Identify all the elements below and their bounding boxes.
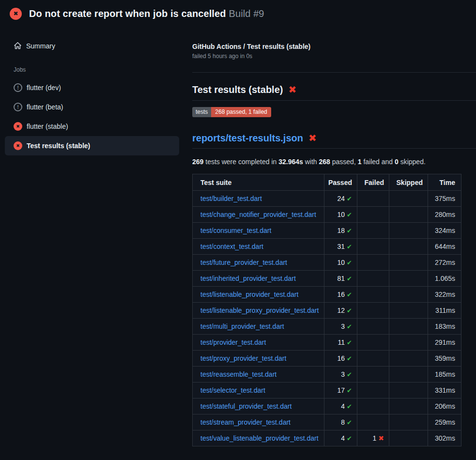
test-suite-link[interactable]: test/multi_provider_test.dart — [200, 322, 284, 330]
suite-cell: test/value_listenable_provider_test.dart — [193, 430, 324, 446]
header-passed: Passed — [324, 174, 357, 191]
skipped-cell — [389, 367, 428, 383]
table-row: test/future_provider_test.dart10✔272ms — [193, 255, 461, 271]
time-cell: 375ms — [428, 191, 461, 207]
test-suite-link[interactable]: test/future_provider_test.dart — [200, 259, 287, 266]
test-suite-link[interactable]: test/builder_test.dart — [200, 195, 262, 202]
passed-cell-value: 81 — [338, 275, 345, 282]
sidebar-item-summary[interactable]: Summary — [5, 39, 179, 53]
cross-icon: ✖ — [378, 434, 384, 442]
run-header: GitHub Actions / Test results (stable) f… — [192, 43, 476, 73]
test-suite-link[interactable]: test/change_notifier_provider_test.dart — [200, 211, 316, 218]
test-suite-link[interactable]: test/inherited_provider_test.dart — [200, 275, 296, 282]
test-suite-link[interactable]: test/reassemble_test.dart — [200, 370, 276, 378]
suite-cell: test/change_notifier_provider_test.dart — [193, 207, 324, 223]
test-suite-link[interactable]: test/context_test.dart — [200, 243, 263, 250]
skipped-cell — [389, 191, 428, 207]
sidebar-item-job[interactable]: ✖Test results (stable) — [5, 136, 179, 155]
time-cell: 1.065s — [428, 271, 461, 287]
passed-cell: 4✔ — [324, 430, 357, 446]
sidebar-item-job[interactable]: !flutter (beta) — [5, 97, 179, 117]
test-suite-link[interactable]: test/listenable_provider_test.dart — [200, 291, 298, 298]
passed-cell: 18✔ — [324, 223, 357, 239]
time-cell: 259ms — [428, 414, 461, 430]
time-cell: 331ms — [428, 383, 461, 399]
jobs-list: !flutter (dev)!flutter (beta)✖flutter (s… — [0, 78, 184, 155]
summary-text: skipped. — [399, 158, 426, 166]
table-row: test/proxy_provider_test.dart16✔359ms — [193, 351, 461, 367]
report-title: reports/test-results.json✖ — [192, 132, 476, 149]
passed-cell-value: 3 — [341, 322, 345, 330]
passed-cell: 4✔ — [324, 399, 357, 414]
run-meta: failed 5 hours ago in 0s — [192, 53, 476, 60]
test-suite-link[interactable]: test/stream_provider_test.dart — [200, 418, 291, 426]
section-title-text: Test results (stable) — [192, 84, 283, 95]
duration: 32.964s — [278, 158, 303, 166]
check-icon: ✔ — [347, 339, 352, 346]
job-cancelled-icon: ! — [14, 103, 22, 111]
report-failed-cross-icon: ✖ — [308, 133, 317, 143]
report-link[interactable]: reports/test-results.json — [192, 133, 303, 143]
suite-cell: test/listenable_provider_test.dart — [193, 287, 324, 303]
check-icon: ✔ — [347, 355, 352, 362]
page-title: Do not create report when job is cancell… — [29, 8, 264, 19]
run-title: GitHub Actions / Test results (stable) — [192, 43, 476, 50]
passed-cell: 24✔ — [324, 191, 357, 207]
passed-cell-value: 17 — [338, 386, 345, 394]
failed-cell — [357, 414, 389, 430]
failed-cell — [357, 191, 389, 207]
badge-label: tests — [192, 107, 211, 117]
test-suite-link[interactable]: test/value_listenable_provider_test.dart — [200, 434, 319, 442]
test-suite-link[interactable]: test/stateful_provider_test.dart — [200, 402, 292, 410]
time-cell: 302ms — [428, 430, 461, 446]
main-content: GitHub Actions / Test results (stable) f… — [184, 27, 476, 446]
test-suite-link[interactable]: test/selector_test.dart — [200, 386, 265, 394]
skipped-cell — [389, 271, 428, 287]
sidebar-item-job[interactable]: !flutter (dev) — [5, 78, 179, 97]
failed-cell — [357, 383, 389, 399]
skipped-cell — [389, 351, 428, 367]
test-suite-link[interactable]: test/listenable_proxy_provider_test.dart — [200, 307, 319, 314]
time-cell: 322ms — [428, 287, 461, 303]
total-count: 269 — [192, 158, 203, 166]
failed-cell — [357, 255, 389, 271]
suite-cell: test/reassemble_test.dart — [193, 367, 324, 383]
check-icon: ✔ — [347, 323, 352, 330]
table-row: test/listenable_provider_test.dart16✔322… — [193, 287, 461, 303]
check-icon: ✔ — [347, 195, 352, 202]
table-row: test/provider_test.dart11✔291ms — [193, 335, 461, 351]
job-label: flutter (dev) — [27, 84, 61, 92]
check-icon: ✔ — [347, 307, 352, 314]
header-time: Time — [428, 174, 461, 191]
passed-cell: 11✔ — [324, 335, 357, 351]
build-header: ✖ Do not create report when job is cance… — [0, 0, 476, 27]
passed-cell-value: 16 — [338, 291, 345, 298]
sidebar-item-job[interactable]: ✖flutter (stable) — [5, 117, 179, 136]
test-suite-link[interactable]: test/consumer_test.dart — [200, 227, 271, 234]
skipped-cell — [389, 335, 428, 351]
passed-cell: 10✔ — [324, 255, 357, 271]
suite-cell: test/multi_provider_test.dart — [193, 319, 324, 335]
failed-cell-value: 1 — [372, 434, 376, 442]
table-row: test/builder_test.dart24✔375ms — [193, 191, 461, 207]
suite-cell: test/builder_test.dart — [193, 191, 324, 207]
passed-cell-value: 10 — [338, 211, 345, 218]
table-row: test/context_test.dart31✔644ms — [193, 239, 461, 255]
job-label: flutter (stable) — [27, 123, 68, 130]
test-suite-link[interactable]: test/provider_test.dart — [200, 338, 266, 346]
passed-cell: 17✔ — [324, 383, 357, 399]
test-suite-link[interactable]: test/proxy_provider_test.dart — [200, 354, 286, 362]
table-row: test/inherited_provider_test.dart81✔1.06… — [193, 271, 461, 287]
suite-cell: test/listenable_proxy_provider_test.dart — [193, 303, 324, 319]
time-cell: 272ms — [428, 255, 461, 271]
time-cell: 311ms — [428, 303, 461, 319]
test-results-table: Test suite Passed Failed Skipped Time te… — [192, 174, 461, 446]
table-row: test/reassemble_test.dart3✔185ms — [193, 367, 461, 383]
suite-cell: test/proxy_provider_test.dart — [193, 351, 324, 367]
table-row: test/consumer_test.dart18✔324ms — [193, 223, 461, 239]
failed-count: 1 — [358, 158, 362, 166]
summary-text: tests were completed in — [203, 158, 278, 166]
suite-cell: test/inherited_provider_test.dart — [193, 271, 324, 287]
table-row: test/value_listenable_provider_test.dart… — [193, 430, 461, 446]
passed-cell-value: 12 — [338, 307, 345, 314]
